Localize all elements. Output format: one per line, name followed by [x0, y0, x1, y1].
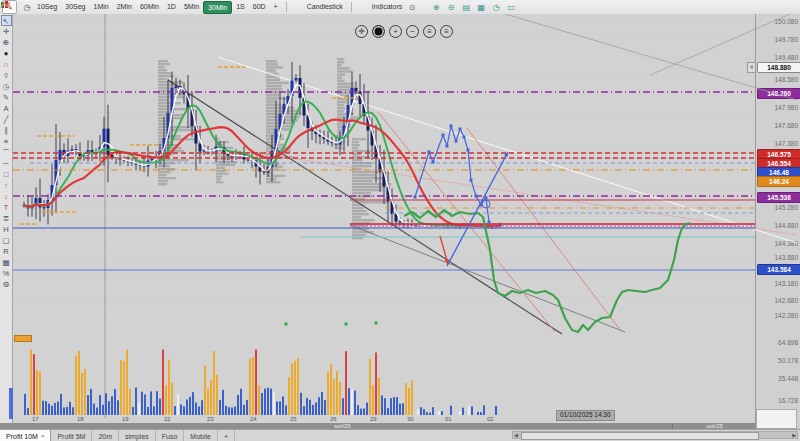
list-button[interactable]: ≡ [423, 25, 436, 38]
arc-tool[interactable]: ⌒ [1, 147, 12, 158]
axis-label: 142.680 [775, 297, 799, 304]
timeframe-button-2min[interactable]: 2Min [113, 1, 136, 13]
timeframe-button-5min[interactable]: 5Min [180, 1, 203, 13]
timeframe-button-60min[interactable]: 60Min [136, 1, 163, 13]
price-level-box: 148.260 [757, 88, 800, 99]
day-label: 19 [122, 416, 129, 422]
axis-label: 144.880 [775, 222, 799, 229]
price-level-box: 148.880 [757, 62, 800, 73]
chart-tab-simples[interactable]: simples [119, 430, 156, 441]
text-tool[interactable]: A [1, 103, 12, 114]
trendline-tool[interactable]: ╱ [1, 114, 12, 125]
day-label: 29 [370, 416, 377, 422]
regression-tool[interactable]: R [1, 246, 12, 257]
day-label: 17 [32, 416, 39, 422]
indicator-line-icon [356, 1, 368, 13]
draw-circle-button[interactable] [372, 25, 385, 38]
zoom-in-icon[interactable]: ⊕ [430, 1, 442, 13]
timeframe-button-+[interactable]: + [270, 1, 282, 13]
day-label: 23 [207, 416, 214, 422]
axis-label: 16.728 [778, 397, 798, 404]
axis-label: 148.580 [775, 76, 799, 83]
timeframe-button-60d[interactable]: 60D [249, 1, 270, 13]
pencil-tool[interactable]: ✎ [1, 92, 12, 103]
crosshair-button[interactable]: ✛ [355, 25, 368, 38]
axis-corner-box[interactable] [756, 409, 797, 429]
timeframe-button-1d[interactable]: 1D [163, 1, 180, 13]
timeframe-button-30min[interactable]: 30Min [203, 1, 232, 14]
horizontal-scrollbar[interactable]: ◀ ▶ [512, 431, 798, 439]
arrow-down-tool[interactable]: ↓ [1, 191, 12, 202]
lines-tool[interactable]: ≣ [1, 213, 12, 224]
cursor-tool[interactable]: ↖ [1, 15, 12, 26]
arrow-up-tool[interactable]: ↑ [1, 180, 12, 191]
timeframe-button-10seg[interactable]: 10Seg [33, 1, 61, 13]
axis-label: 147.680 [775, 122, 799, 129]
axis-label: 145.280 [775, 204, 799, 211]
axis-label: 143.880 [775, 254, 799, 261]
zoom-in-button[interactable]: + [389, 25, 402, 38]
target-tool[interactable]: ⊕ [1, 37, 12, 48]
parallel-lines-tool[interactable]: ∥ [1, 125, 12, 136]
axis-label: 35.448 [778, 375, 798, 382]
day-label: 30 [407, 416, 414, 422]
day-label: 18 [77, 416, 84, 422]
zoom-out-button[interactable]: − [406, 25, 419, 38]
toolbar-separator [351, 2, 352, 12]
panel-icon[interactable]: ▤ [460, 1, 472, 13]
day-label: 01 [445, 416, 452, 422]
zoom-out-icon[interactable]: ⊖ [445, 1, 457, 13]
trading-app-window: { "toolbar": { "pencil_icon": "drawing-p… [0, 0, 800, 441]
top-toolbar: ✎ ◷ 10Seg30Seg1Min2Min60Min1D5Min30Min1S… [0, 0, 800, 15]
chart-tab--[interactable]: + [218, 430, 235, 441]
crosshair-tool[interactable]: ✛ [1, 26, 12, 37]
axis-label: 149.780 [775, 36, 799, 43]
tab-label: + [224, 433, 228, 440]
tab-label: Fuso [162, 433, 178, 440]
settings-tool[interactable]: ⚙ [1, 279, 12, 290]
chart-tab-20m[interactable]: 20m [92, 430, 119, 441]
chart-type-button[interactable]: Candlestick [303, 1, 347, 13]
timeframe-group: 10Seg30Seg1Min2Min60Min1D5Min30Min1S60D+ [33, 1, 282, 14]
chart-tab-fuso[interactable]: Fuso [156, 430, 185, 441]
chart-tab-profit-10m[interactable]: Profit 10M× [0, 430, 51, 441]
scrollbar-thumb[interactable] [521, 432, 759, 440]
timeframe-button-1s[interactable]: 1S [232, 1, 249, 13]
chart-plot-area[interactable] [13, 14, 755, 429]
price-level-box: 143.584 [757, 264, 800, 275]
grid-tool[interactable]: ▦ [1, 257, 12, 268]
magnet-tool[interactable]: ∩ [1, 59, 12, 70]
timeframe-button-1min[interactable]: 1Min [90, 1, 113, 13]
chart-tab-mobile[interactable]: Mobile [184, 430, 218, 441]
day-label: 26 [330, 416, 337, 422]
price-axis[interactable]: 150.080149.780149.480148.580147.980147.6… [755, 14, 800, 429]
label-tool[interactable]: T [1, 202, 12, 213]
tablet-icon[interactable]: ▭ [505, 1, 517, 13]
list-alt-button[interactable]: ≡ [440, 25, 453, 38]
axis-label: 64.898 [778, 339, 798, 346]
axis-label: 150.080 [775, 18, 799, 25]
drawing-toolbar: ↖✛⊕●∩◊◷✎A╱∥≡⌒─□↑↓T≣H▢R▦%⚙ [0, 14, 13, 429]
pitchfork-tool[interactable]: H [1, 224, 12, 235]
tab-close-icon[interactable]: × [41, 433, 45, 439]
box-tool[interactable]: ▢ [1, 235, 12, 246]
fibonacci-tool[interactable]: ≡ [1, 136, 12, 147]
dot-tool[interactable]: ● [1, 48, 12, 59]
image-icon[interactable]: ▦ [475, 1, 487, 13]
diamond-tool[interactable]: ◊ [1, 70, 12, 81]
history-tool[interactable]: ◷ [1, 81, 12, 92]
percent-tool[interactable]: % [1, 268, 12, 279]
axis-label: 147.980 [775, 104, 799, 111]
timeframe-button-30seg[interactable]: 30Seg [61, 1, 89, 13]
clock-icon[interactable]: ◷ [21, 1, 33, 13]
crosshair-date-label: 01/10/2025 14:30 [556, 410, 615, 421]
chart-tab-profit-5m[interactable]: Profit 5M [51, 430, 92, 441]
rectangle-tool[interactable]: □ [1, 169, 12, 180]
scroll-left-arrow[interactable]: ◀ [514, 432, 518, 438]
scroll-right-arrow[interactable]: ▶ [792, 432, 796, 438]
hline-tool[interactable]: ─ [1, 158, 12, 169]
date-axis[interactable]: 171819222324252629300102 [13, 416, 755, 423]
indicators-button[interactable]: Indicators [368, 1, 406, 13]
eye-icon[interactable]: ⊙ [406, 1, 418, 13]
clock-icon[interactable]: ◷ [490, 1, 502, 13]
